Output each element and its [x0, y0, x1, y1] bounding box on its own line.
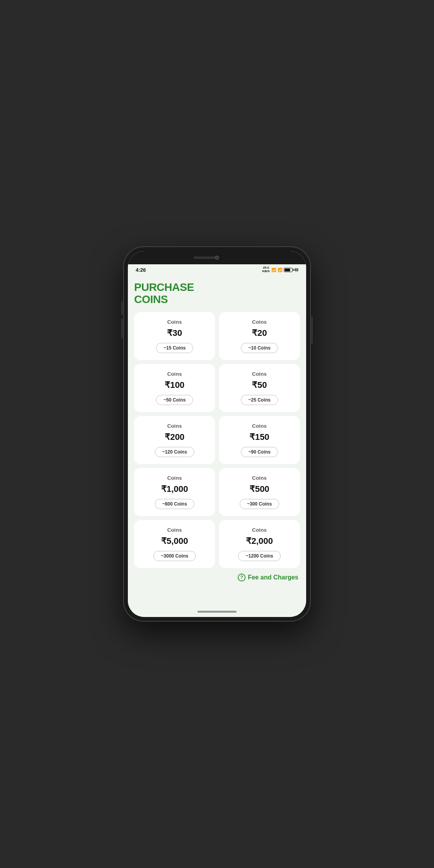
coin-price-200: ₹200 — [165, 432, 185, 442]
coin-price-50: ₹50 — [252, 380, 267, 390]
coin-label-5000: Coins — [167, 527, 182, 533]
coin-card-2000[interactable]: Coins ₹2,000 ~1200 Coins — [219, 520, 300, 568]
coin-price-30: ₹30 — [167, 328, 182, 338]
coin-label-2000: Coins — [252, 527, 267, 533]
coin-price-100: ₹100 — [165, 380, 185, 390]
coin-card-500[interactable]: Coins ₹500 ~300 Coins — [219, 468, 300, 516]
home-indicator — [197, 611, 237, 613]
coin-price-5000: ₹5,000 — [161, 536, 188, 546]
coin-price-150: ₹150 — [249, 432, 269, 442]
coin-card-20[interactable]: Coins ₹20 ~10 Coins — [219, 312, 300, 360]
wifi-icon: 📶 — [271, 268, 276, 272]
coins-grid: Coins ₹30 ~15 Coins Coins ₹20 ~10 Coins … — [134, 312, 300, 568]
coin-btn-200[interactable]: ~120 Coins — [155, 447, 195, 457]
speaker — [194, 256, 217, 259]
fee-row[interactable]: ? Fee and Charges — [134, 574, 300, 581]
coin-card-5000[interactable]: Coins ₹5,000 ~3000 Coins — [134, 520, 215, 568]
status-icons: 25.0 KB/S 📶 📶 48 — [262, 266, 298, 273]
phone-notch — [128, 251, 306, 264]
camera — [215, 256, 219, 260]
coin-btn-2000[interactable]: ~1200 Coins — [238, 551, 280, 561]
coin-price-2000: ₹2,000 — [246, 536, 273, 546]
screen-content: PURCHASECOINS Coins ₹30 ~15 Coins Coins … — [128, 275, 306, 606]
coin-card-50[interactable]: Coins ₹50 ~25 Coins — [219, 364, 300, 412]
status-bar: 4:26 25.0 KB/S 📶 📶 48 — [128, 264, 306, 275]
coin-card-200[interactable]: Coins ₹200 ~120 Coins — [134, 416, 215, 464]
coin-label-1000: Coins — [167, 475, 182, 481]
coin-btn-150[interactable]: ~90 Coins — [241, 447, 278, 457]
coin-label-50: Coins — [252, 371, 267, 377]
coin-card-100[interactable]: Coins ₹100 ~50 Coins — [134, 364, 215, 412]
coin-label-200: Coins — [167, 423, 182, 429]
fee-label[interactable]: Fee and Charges — [248, 574, 298, 581]
coin-label-100: Coins — [167, 371, 182, 377]
coin-label-20: Coins — [252, 319, 267, 325]
network-speed: 25.0 KB/S — [262, 266, 270, 273]
coin-label-500: Coins — [252, 475, 267, 481]
coin-price-20: ₹20 — [252, 328, 267, 338]
coin-card-150[interactable]: Coins ₹150 ~90 Coins — [219, 416, 300, 464]
page-title: PURCHASECOINS — [134, 282, 300, 306]
signal-icon: 📶 — [278, 268, 282, 272]
coin-card-30[interactable]: Coins ₹30 ~15 Coins — [134, 312, 215, 360]
coin-card-1000[interactable]: Coins ₹1,000 ~600 Coins — [134, 468, 215, 516]
coin-btn-5000[interactable]: ~3000 Coins — [153, 551, 195, 561]
coin-label-150: Coins — [252, 423, 267, 429]
coin-btn-20[interactable]: ~10 Coins — [241, 343, 278, 353]
coin-btn-100[interactable]: ~50 Coins — [156, 395, 193, 405]
battery-icon — [284, 268, 292, 272]
battery-level: 48 — [294, 268, 298, 272]
coin-btn-30[interactable]: ~15 Coins — [156, 343, 193, 353]
fee-icon: ? — [238, 574, 246, 581]
coin-btn-500[interactable]: ~300 Coins — [240, 499, 280, 509]
coin-price-500: ₹500 — [249, 484, 269, 494]
status-time: 4:26 — [136, 267, 146, 273]
bottom-bar — [128, 606, 306, 617]
coin-label-30: Coins — [167, 319, 182, 325]
coin-price-1000: ₹1,000 — [161, 484, 188, 494]
coin-btn-1000[interactable]: ~600 Coins — [155, 499, 195, 509]
coin-btn-50[interactable]: ~25 Coins — [241, 395, 278, 405]
